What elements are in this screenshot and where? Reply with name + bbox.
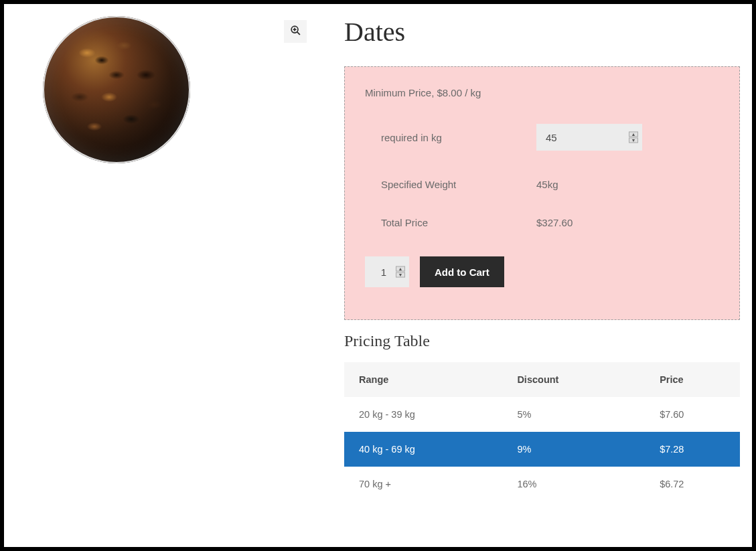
cell-price: $7.60	[645, 397, 740, 432]
kg-spinner: ▲ ▼	[629, 132, 638, 143]
label-required-kg: required in kg	[381, 132, 536, 143]
kg-input-wrap: ▲ ▼	[536, 124, 642, 151]
pricing-table-title: Pricing Table	[344, 332, 740, 350]
product-title: Dates	[344, 16, 740, 48]
kg-input[interactable]	[536, 124, 642, 151]
product-image[interactable]	[43, 16, 190, 163]
pricing-header-row: Range Discount Price	[344, 362, 740, 397]
table-row: 70 kg +16%$6.72	[344, 467, 740, 501]
qty-step-up[interactable]: ▲	[396, 266, 405, 272]
details-column: Dates Minimum Price, $8.00 / kg required…	[311, 16, 740, 547]
label-specified-weight: Specified Weight	[381, 179, 536, 190]
add-to-cart-button[interactable]: Add to Cart	[420, 256, 504, 287]
cell-discount: 9%	[502, 432, 645, 467]
zoom-button[interactable]	[284, 20, 307, 43]
kg-step-up[interactable]: ▲	[629, 132, 638, 137]
cell-range: 70 kg +	[344, 467, 502, 501]
table-row: 40 kg - 69 kg9%$7.28	[344, 432, 740, 467]
cell-discount: 5%	[502, 397, 645, 432]
qty-spinner: ▲ ▼	[396, 266, 405, 278]
header-discount: Discount	[502, 362, 645, 397]
table-row: 20 kg - 39 kg5%$7.60	[344, 397, 740, 432]
cell-price: $6.72	[645, 467, 740, 501]
header-price: Price	[645, 362, 740, 397]
product-page: Dates Minimum Price, $8.00 / kg required…	[4, 4, 752, 547]
svg-line-1	[297, 31, 299, 34]
row-specified-weight: Specified Weight 45kg	[365, 179, 719, 190]
row-total-price: Total Price $327.60	[365, 217, 719, 228]
gallery-column	[16, 16, 311, 547]
header-range: Range	[344, 362, 502, 397]
price-form: Minimum Price, $8.00 / kg required in kg…	[344, 66, 740, 320]
row-required-kg: required in kg ▲ ▼	[365, 124, 719, 151]
cell-price: $7.28	[645, 432, 740, 467]
qty-step-down[interactable]: ▼	[396, 272, 405, 278]
minimum-price-text: Minimum Price, $8.00 / kg	[365, 87, 719, 98]
qty-input-wrap: ▲ ▼	[365, 256, 409, 287]
kg-step-down[interactable]: ▼	[629, 138, 638, 143]
cell-range: 20 kg - 39 kg	[344, 397, 502, 432]
cell-range: 40 kg - 69 kg	[344, 432, 502, 467]
label-total-price: Total Price	[381, 217, 536, 228]
cart-row: ▲ ▼ Add to Cart	[365, 256, 719, 287]
value-specified-weight: 45kg	[536, 179, 558, 190]
value-total-price: $327.60	[536, 217, 573, 228]
zoom-icon	[290, 25, 301, 39]
pricing-table: Range Discount Price 20 kg - 39 kg5%$7.6…	[344, 362, 740, 501]
cell-discount: 16%	[502, 467, 645, 501]
